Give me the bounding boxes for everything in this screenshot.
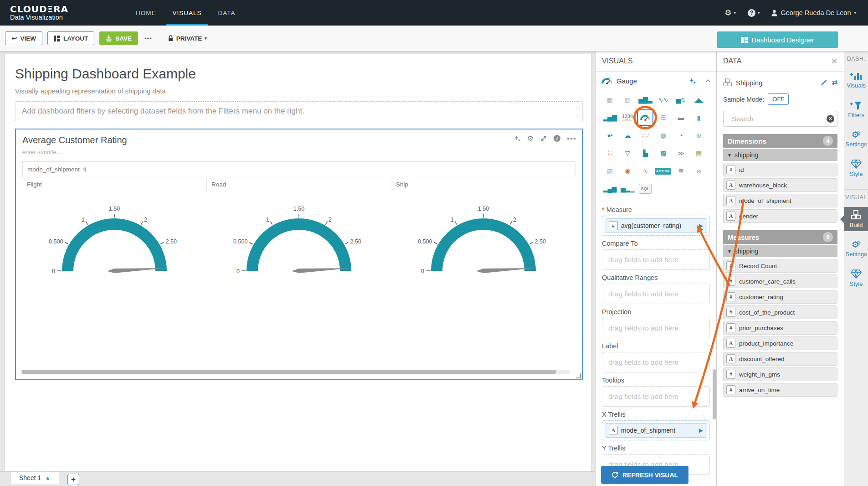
switch-dataset-icon[interactable]: ⇄	[832, 78, 837, 87]
close-icon[interactable]: ✕	[831, 57, 837, 66]
visual-type-sankey-icon[interactable]: ≫	[673, 145, 689, 161]
dataset-name[interactable]: Shipping	[736, 79, 762, 87]
ellipsis-menu-icon[interactable]: ●●●	[567, 136, 576, 141]
visual-type-donut-icon[interactable]: ◍	[655, 127, 671, 144]
nav-tab-data[interactable]: DATA	[210, 0, 244, 26]
user-menu[interactable]: George Rueda De Leon ▾	[771, 9, 856, 16]
expand-icon[interactable]	[540, 135, 547, 142]
field-menu-arrow-icon[interactable]: ▶	[699, 222, 703, 229]
edit-pencil-icon[interactable]	[821, 79, 827, 86]
resize-handle[interactable]	[576, 373, 581, 378]
field-product-importance[interactable]: Aproduct_importance	[723, 336, 837, 350]
nav-tab-home[interactable]: HOME	[128, 0, 164, 26]
visual-type-kpi-icon[interactable]: 1234LABEL	[619, 109, 636, 126]
measures-group-shipping[interactable]: ▼ shipping	[723, 245, 837, 257]
dimensions-header[interactable]: Dimensions 4	[723, 134, 837, 148]
refresh-visual-button[interactable]: REFRESH VISUAL	[601, 466, 688, 484]
privacy-dropdown[interactable]: PRIVATE ▾	[168, 35, 207, 42]
visual-type-heatmap-icon[interactable]: ▩	[655, 145, 671, 161]
field-id[interactable]: #id	[723, 163, 837, 176]
visual-type-sparkline-icon[interactable]: ∿	[637, 163, 653, 179]
shelf-drop-zone[interactable]: drag fields to add here	[602, 249, 710, 270]
field-customer-care-calls[interactable]: #customer_care_calls	[723, 274, 837, 288]
dashboard-designer-button[interactable]: Dashboard Designer	[717, 31, 838, 48]
shelf-drop-zone[interactable]: drag fields to add here	[602, 284, 710, 304]
field-customer-rating[interactable]: #customer_rating	[723, 290, 837, 304]
field-weight-in-gms[interactable]: #weight_in_gms	[723, 367, 837, 381]
rail-dash-item-filters[interactable]: Filters	[844, 98, 868, 121]
field-cost-of-the-product[interactable]: #cost_of_the_product	[723, 305, 837, 319]
search-input[interactable]	[731, 114, 823, 123]
panel-scrollbar-thumb[interactable]	[713, 369, 716, 419]
visual-type-funnel-icon[interactable]: ▽	[619, 145, 636, 161]
field-arrive-on-time[interactable]: #arrive_on_time	[723, 383, 837, 397]
visual-type-scatter-icon[interactable]: ∴∵	[637, 127, 653, 144]
measures-header[interactable]: Measures 9	[723, 230, 837, 244]
rail-visual-item-style[interactable]: Style	[844, 267, 868, 290]
visual-type-sql-icon[interactable]: SQL	[637, 181, 653, 197]
shelf-drop-zone[interactable]: drag fields to add here	[602, 318, 710, 338]
sample-mode-toggle[interactable]: OFF	[768, 93, 789, 105]
shelf-drop-zone[interactable]: drag fields to add here	[602, 386, 710, 407]
shelf-drop-zone[interactable]: # avg(customer_rating) ▶	[602, 216, 710, 236]
rail-visual-item-build[interactable]: Build	[844, 207, 868, 231]
visual-type-packed-bubbles-icon[interactable]: ●•	[601, 127, 618, 144]
field-discount-offered[interactable]: Adiscount_offered	[723, 352, 837, 366]
visual-type-links-icon[interactable]: ∞	[690, 163, 707, 179]
ai-sparkle-icon[interactable]	[514, 135, 521, 142]
field-pill-mode-of-shipment[interactable]: A mode_of_shipment ▶	[605, 423, 707, 438]
visual-type-bars-icon[interactable]: ▅▇▃	[637, 92, 653, 108]
rail-dash-item-settings[interactable]: ⚙⚙Settings	[844, 128, 868, 150]
visual-type-queues-icon[interactable]: ☰	[655, 109, 671, 126]
field-pill-avg-customer-rating[interactable]: # avg(customer_rating) ▶	[605, 218, 707, 233]
visual-type-lines-icon[interactable]: ∿∿	[655, 92, 671, 108]
visual-type-treemap-icon[interactable]: ▙	[637, 145, 653, 161]
scrollbar-thumb[interactable]	[21, 370, 556, 374]
visual-type-combo-icon[interactable]: ▅≋	[673, 92, 689, 108]
rail-dash-item-style[interactable]: Style	[844, 157, 868, 180]
gauge-visual-container[interactable]: Average Customer Rating enter subtitle..…	[15, 129, 583, 380]
dimensions-group-shipping[interactable]: ▼ shipping	[723, 149, 837, 161]
visual-type-distribution-icon[interactable]: ▅▂▁	[619, 181, 636, 197]
visual-type-word-cloud-icon[interactable]: ☁	[619, 127, 636, 144]
view-button[interactable]: ↩ VIEW	[5, 31, 42, 45]
visual-type-bullet-icon[interactable]: ▬	[673, 109, 689, 126]
visual-type-choropleth-icon[interactable]: ▨	[601, 163, 618, 179]
visual-title[interactable]: Average Customer Rating	[22, 135, 575, 145]
sheet-tab[interactable]: Sheet 1 ▲	[10, 472, 59, 484]
layout-button[interactable]: LAYOUT	[47, 31, 94, 45]
more-options-button[interactable]: •••	[144, 35, 152, 42]
visual-type-crosstab-icon[interactable]: ▥	[619, 92, 636, 108]
settings-menu[interactable]: ⚙ ▾	[724, 8, 736, 18]
save-button[interactable]: SAVE	[99, 31, 138, 45]
field-prior-purchases[interactable]: #prior_purchases	[723, 321, 837, 335]
field-mode-of-shipment[interactable]: Amode_of_shipment	[723, 194, 837, 207]
visual-type-areas-icon[interactable]: ◢◣	[690, 92, 707, 108]
clear-search-icon[interactable]: ✕	[827, 115, 834, 123]
field-warehouse-block[interactable]: Awarehouse_block	[723, 178, 837, 192]
rail-visual-item-settings[interactable]: ⚙⚙Settings	[844, 238, 868, 260]
visual-type-sunburst-icon[interactable]: ⊛	[690, 127, 707, 144]
visual-type-money-map-icon[interactable]: ▤	[690, 145, 707, 161]
visual-type-table-icon[interactable]: ▦	[601, 92, 618, 108]
dashboard-subtitle[interactable]: Visually appealing representation of shi…	[15, 87, 583, 95]
visual-type-network-icon[interactable]: ∷	[601, 145, 618, 161]
ai-suggest-icon[interactable]	[688, 77, 696, 85]
visual-type-pie-icon[interactable]: ◔	[673, 127, 689, 144]
visual-subtitle-placeholder[interactable]: enter subtitle...	[22, 149, 575, 155]
collapse-chevron-icon[interactable]	[705, 79, 711, 83]
visual-settings-gear-icon[interactable]: ⚙	[527, 134, 534, 143]
info-icon[interactable]: i	[554, 135, 560, 142]
field-gender[interactable]: Agender	[723, 209, 837, 223]
field-record-count[interactable]: #Record Count	[723, 259, 837, 273]
visual-type-gauge-icon[interactable]	[637, 109, 653, 126]
visual-type-timeline-icon[interactable]: ≣	[673, 163, 689, 179]
visual-type-grouped-bars-icon[interactable]: ▂▅▇	[601, 109, 618, 126]
visual-type-action-icon[interactable]: ACTION	[655, 163, 671, 179]
dashboard-title[interactable]: Shipping Dashboard Example	[15, 66, 583, 82]
nav-tab-visuals[interactable]: VISUALS	[164, 0, 210, 26]
visual-type-histogram-icon[interactable]: ▂▄▆	[601, 181, 618, 197]
visual-type-map-pin-icon[interactable]: ◉	[619, 163, 636, 179]
add-sheet-button[interactable]: +	[67, 474, 79, 485]
field-menu-arrow-icon[interactable]: ▶	[699, 427, 703, 434]
